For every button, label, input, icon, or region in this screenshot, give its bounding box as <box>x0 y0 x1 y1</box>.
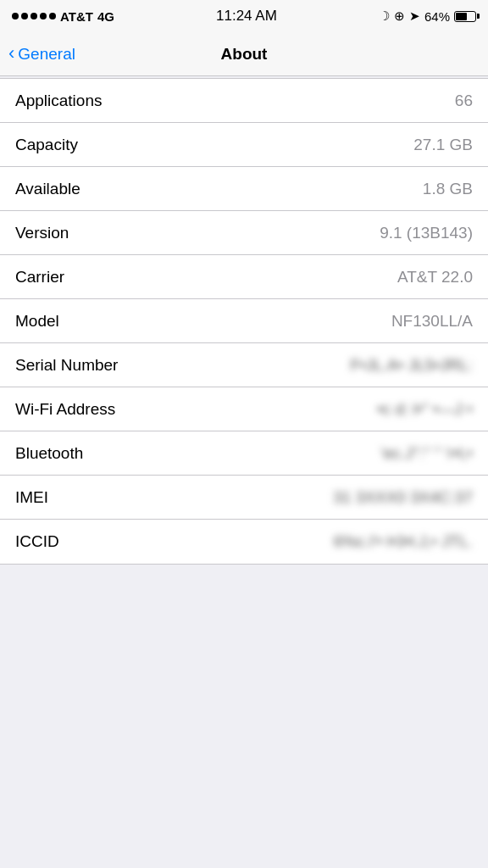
table-row: ModelNF130LL/A <box>0 299 488 343</box>
battery-indicator <box>454 11 476 22</box>
nav-bar: ‹ General About <box>0 32 488 76</box>
table-row: Wi-Fi Address•c d: l•'' •—J • <box>0 387 488 431</box>
chevron-left-icon: ‹ <box>8 44 14 63</box>
row-value-iccid: 6%c.I'• l•3•l.J,• JTL. <box>334 532 473 551</box>
row-label-carrier: Carrier <box>15 268 64 287</box>
table-row: ICCID6%c.I'• l•3•l.J,• JTL. <box>0 520 488 564</box>
table-row: Serial NumberF•JL.A• JL5•JRL: <box>0 343 488 387</box>
network-label: 4G <box>97 9 114 24</box>
row-value-available: 1.8 GB <box>423 180 473 198</box>
row-value-version: 9.1 (13B143) <box>380 224 473 242</box>
row-value-applications: 66 <box>455 92 473 110</box>
status-bar-right: ☽ ⊕ ➤ 64% <box>379 8 476 24</box>
row-value-wifi-address: •c d: l•'' •—J • <box>377 400 473 419</box>
table-row: CarrierAT&T 22.0 <box>0 255 488 299</box>
row-label-serial-number: Serial Number <box>15 356 118 375</box>
row-label-bluetooth: Bluetooth <box>15 444 83 463</box>
arrow-icon: ➤ <box>409 8 420 24</box>
row-value-imei: 31 3XXX0 3X4C:37 <box>333 488 473 507</box>
row-value-capacity: 27.1 GB <box>413 136 473 154</box>
row-value-bluetooth: 'ec.J'':'' '' 'r•l,• <box>380 444 473 463</box>
carrier-label: AT&T <box>60 9 93 24</box>
row-value-model: NF130LL/A <box>391 312 473 331</box>
table-row: Capacity27.1 GB <box>0 123 488 167</box>
row-label-imei: IMEI <box>15 488 48 507</box>
table-row: Applications66 <box>0 79 488 123</box>
row-value-serial-number: F•JL.A• JL5•JRL: <box>350 356 473 375</box>
table-row: Available1.8 GB <box>0 167 488 211</box>
table-row: Version9.1 (13B143) <box>0 211 488 255</box>
row-label-applications: Applications <box>15 92 102 110</box>
status-time: 11:24 AM <box>216 8 277 25</box>
table-row: Bluetooth'ec.J'':'' '' 'r•l,• <box>0 431 488 476</box>
moon-icon: ☽ <box>379 8 390 24</box>
row-label-version: Version <box>15 224 69 242</box>
row-label-wifi-address: Wi-Fi Address <box>15 400 115 419</box>
page-title: About <box>221 45 268 64</box>
row-label-iccid: ICCID <box>15 532 59 551</box>
back-label: General <box>18 45 75 64</box>
signal-dots <box>12 13 56 19</box>
battery-percent: 64% <box>424 9 450 24</box>
location-icon: ⊕ <box>394 8 405 24</box>
back-button[interactable]: ‹ General <box>8 45 75 64</box>
status-bar-left: AT&T 4G <box>12 9 114 24</box>
status-bar: AT&T 4G 11:24 AM ☽ ⊕ ➤ 64% <box>0 0 488 32</box>
row-label-model: Model <box>15 312 59 331</box>
table-row: IMEI31 3XXX0 3X4C:37 <box>0 476 488 520</box>
row-value-carrier: AT&T 22.0 <box>397 268 473 287</box>
about-table: Applications66Capacity27.1 GBAvailable1.… <box>0 78 488 565</box>
row-label-capacity: Capacity <box>15 136 78 154</box>
row-label-available: Available <box>15 180 80 198</box>
